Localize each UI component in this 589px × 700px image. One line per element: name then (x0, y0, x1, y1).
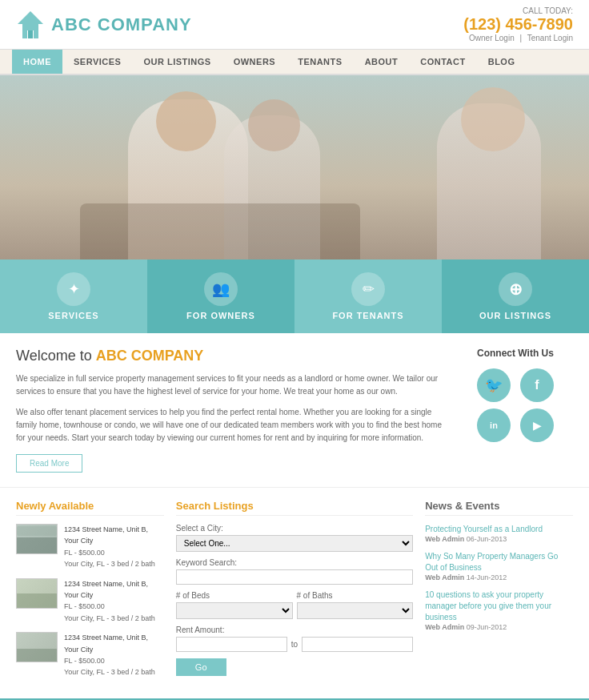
listing-info-1: 1234 Street Name, Unit B, Your City FL -… (64, 524, 164, 570)
service-box-tenants[interactable]: ✏ FOR TENANTS (294, 259, 442, 333)
logo-house-icon (16, 8, 45, 42)
nav-link-home[interactable]: HOME (12, 50, 62, 74)
listing-item-1: 1234 Street Name, Unit B, Your City FL -… (16, 524, 164, 570)
news-author-1: Web Admin (425, 535, 464, 543)
news-title: News & Events (425, 500, 573, 516)
listing-name-2: 1234 Street Name, Unit B, Your City (64, 578, 164, 601)
twitter-button[interactable]: 🐦 (477, 368, 511, 402)
nav-link-services[interactable]: SERVICES (62, 50, 132, 74)
listings-label: OUR LISTINGS (479, 311, 551, 320)
tenants-icon: ✏ (351, 272, 385, 306)
svg-rect-1 (28, 30, 33, 38)
listing-thumb-1 (16, 524, 58, 554)
welcome-heading: Welcome to ABC COMPANY (16, 348, 449, 364)
hero-section (0, 75, 589, 259)
news-date-3: 09-Jun-2012 (467, 623, 507, 631)
rent-to-input[interactable] (302, 637, 413, 652)
services-label: SERVICES (48, 311, 98, 320)
bottom-three-cols: Newly Available 1234 Street Name, Unit B… (0, 487, 589, 698)
login-links: Owner Login | Tenant Login (463, 34, 573, 42)
tenants-label: FOR TENANTS (332, 311, 403, 320)
owner-login-link[interactable]: Owner Login (469, 34, 515, 42)
welcome-para2: We also offer tenant placement services … (16, 406, 449, 445)
services-row: ✦ SERVICES 👥 FOR OWNERS ✏ FOR TENANTS ⊕ … (0, 259, 589, 333)
rent-label: Rent Amount: (176, 626, 413, 634)
logo-area: ABC COMPANY (16, 8, 192, 42)
beds-select[interactable] (176, 602, 293, 619)
news-item-3: 10 questions to ask your property manage… (425, 589, 573, 631)
owners-label: FOR OWNERS (186, 311, 255, 320)
phone-number[interactable]: (123) 456-7890 (463, 15, 573, 34)
twitter-icon: 🐦 (485, 376, 503, 394)
nav-link-owners[interactable]: OWNERS (222, 50, 287, 74)
news-meta-1: Web Admin 06-Jun-2013 (425, 535, 573, 543)
welcome-prefix: Welcome to (16, 348, 96, 364)
listing-price-3: FL - $500.00 (64, 655, 164, 666)
nav-item-blog[interactable]: BLOG (477, 50, 527, 74)
youtube-icon: ▶ (533, 419, 542, 432)
news-headline-text-1: Protecting Yourself as a Landlord (425, 525, 543, 533)
connect-section: Connect With Us 🐦 f in ▶ (465, 333, 589, 487)
news-headline-2: Why So Many Property Managers Go Out of … (425, 551, 573, 573)
beds-label: # of Beds (176, 591, 293, 600)
news-section: News & Events Protecting Yourself as a L… (425, 500, 573, 686)
rent-from-input[interactable] (176, 637, 287, 652)
news-headline-1: Protecting Yourself as a Landlord (425, 524, 573, 535)
youtube-button[interactable]: ▶ (520, 408, 554, 442)
nav-item-listings[interactable]: OUR LISTINGS (132, 50, 222, 74)
nav-item-services[interactable]: SERVICES (62, 50, 132, 74)
listings-icon: ⊕ (499, 272, 532, 306)
keyword-input[interactable] (176, 569, 413, 585)
news-author-3: Web Admin (425, 623, 464, 631)
nav-item-owners[interactable]: OWNERS (222, 50, 287, 74)
listing-location-1: Your City, FL - 3 bed / 2 bath (64, 558, 164, 569)
read-more-button[interactable]: Read More (16, 454, 82, 473)
listing-item-3: 1234 Street Name, Unit B, Your City FL -… (16, 632, 164, 678)
news-headline-text-3: 10 questions to ask your property manage… (425, 590, 551, 622)
newly-available-title: Newly Available (16, 500, 164, 516)
header: ABC COMPANY CALL TODAY: (123) 456-7890 O… (0, 0, 589, 50)
linkedin-button[interactable]: in (477, 408, 511, 442)
services-icon: ✦ (57, 272, 90, 306)
listing-thumb-2 (16, 578, 58, 609)
nav-link-contact[interactable]: CONTACT (409, 50, 476, 74)
nav-link-blog[interactable]: BLOG (477, 50, 527, 74)
search-title: Search Listings (176, 500, 413, 516)
service-box-owners[interactable]: 👥 FOR OWNERS (147, 259, 294, 333)
listing-name-3: 1234 Street Name, Unit B, Your City (64, 632, 164, 655)
search-section: Search Listings Select a City: Select On… (176, 500, 413, 686)
nav-item-contact[interactable]: CONTACT (409, 50, 476, 74)
nav-item-about[interactable]: ABOUT (354, 50, 410, 74)
news-item-2: Why So Many Property Managers Go Out of … (425, 551, 573, 581)
listing-location-3: Your City, FL - 3 bed / 2 bath (64, 666, 164, 678)
newly-available-section: Newly Available 1234 Street Name, Unit B… (16, 500, 164, 686)
main-content: Welcome to ABC COMPANY We specialize in … (0, 333, 589, 487)
listing-info-2: 1234 Street Name, Unit B, Your City FL -… (64, 578, 164, 625)
city-label: Select a City: (176, 524, 413, 533)
connect-title: Connect With Us (477, 348, 577, 359)
baths-label: # of Baths (297, 591, 414, 600)
go-button[interactable]: Go (176, 658, 226, 676)
listing-name-1: 1234 Street Name, Unit B, Your City (64, 524, 164, 547)
facebook-button[interactable]: f (520, 368, 554, 402)
nav-item-home[interactable]: HOME (12, 50, 62, 74)
city-select[interactable]: Select One... (176, 535, 413, 552)
listing-price-2: FL - $500.00 (64, 601, 164, 612)
nav-link-about[interactable]: ABOUT (354, 50, 410, 74)
nav-link-tenants[interactable]: TENANTS (286, 50, 353, 74)
owners-icon: 👥 (204, 272, 238, 306)
nav-link-listings[interactable]: OUR LISTINGS (132, 50, 222, 74)
nav-list: HOME SERVICES OUR LISTINGS OWNERS TENANT… (0, 50, 589, 74)
listing-info-3: 1234 Street Name, Unit B, Your City FL -… (64, 632, 164, 678)
baths-select[interactable] (297, 602, 414, 619)
listing-price-1: FL - $500.00 (64, 547, 164, 558)
welcome-section: Welcome to ABC COMPANY We specialize in … (0, 333, 465, 487)
news-author-2: Web Admin (425, 573, 464, 581)
nav-item-tenants[interactable]: TENANTS (286, 50, 353, 74)
news-date-1: 06-Jun-2013 (467, 535, 507, 543)
search-form: Select a City: Select One... Keyword Sea… (176, 524, 413, 676)
service-box-services[interactable]: ✦ SERVICES (0, 259, 147, 333)
main-nav: HOME SERVICES OUR LISTINGS OWNERS TENANT… (0, 50, 589, 75)
tenant-login-link[interactable]: Tenant Login (527, 34, 573, 42)
service-box-listings[interactable]: ⊕ OUR LISTINGS (442, 259, 589, 333)
